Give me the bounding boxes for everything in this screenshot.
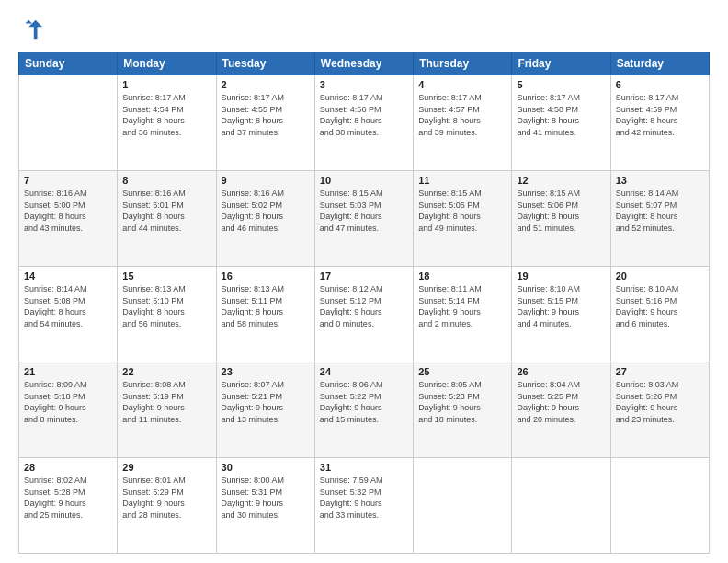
day-info: Sunrise: 8:01 AM Sunset: 5:29 PM Dayligh…: [122, 475, 210, 521]
calendar-cell: 21Sunrise: 8:09 AM Sunset: 5:18 PM Dayli…: [19, 362, 118, 458]
day-number: 19: [517, 270, 605, 282]
day-info: Sunrise: 8:09 AM Sunset: 5:18 PM Dayligh…: [24, 379, 112, 425]
calendar-cell: 25Sunrise: 8:05 AM Sunset: 5:23 PM Dayli…: [414, 362, 512, 458]
header: [18, 17, 710, 42]
day-info: Sunrise: 8:11 AM Sunset: 5:14 PM Dayligh…: [418, 283, 506, 329]
day-info: Sunrise: 8:14 AM Sunset: 5:08 PM Dayligh…: [24, 283, 112, 329]
day-number: 5: [517, 79, 605, 90]
day-info: Sunrise: 8:05 AM Sunset: 5:23 PM Dayligh…: [418, 379, 506, 425]
calendar-cell: 28Sunrise: 8:02 AM Sunset: 5:28 PM Dayli…: [19, 458, 118, 554]
calendar-header-saturday: Saturday: [610, 52, 709, 75]
day-number: 7: [24, 175, 112, 186]
calendar-cell: 19Sunrise: 8:10 AM Sunset: 5:15 PM Dayli…: [512, 267, 610, 362]
day-info: Sunrise: 8:17 AM Sunset: 4:58 PM Dayligh…: [517, 92, 605, 138]
day-info: Sunrise: 8:13 AM Sunset: 5:11 PM Dayligh…: [222, 283, 310, 329]
calendar-header-tuesday: Tuesday: [216, 52, 314, 75]
day-info: Sunrise: 8:13 AM Sunset: 5:10 PM Dayligh…: [122, 283, 210, 329]
day-number: 15: [122, 270, 210, 282]
day-number: 20: [616, 270, 704, 282]
day-number: 4: [418, 79, 506, 90]
calendar-cell: 24Sunrise: 8:06 AM Sunset: 5:22 PM Dayli…: [314, 362, 413, 458]
svg-rect-0: [18, 17, 44, 42]
calendar-cell: 17Sunrise: 8:12 AM Sunset: 5:12 PM Dayli…: [314, 267, 413, 362]
calendar-cell: 29Sunrise: 8:01 AM Sunset: 5:29 PM Dayli…: [118, 458, 216, 554]
logo-icon: [18, 17, 44, 42]
calendar-header-row: SundayMondayTuesdayWednesdayThursdayFrid…: [19, 52, 710, 75]
calendar-cell: 11Sunrise: 8:15 AM Sunset: 5:05 PM Dayli…: [414, 171, 512, 267]
day-number: 11: [418, 175, 506, 186]
day-number: 2: [222, 79, 310, 90]
calendar-cell: 6Sunrise: 8:17 AM Sunset: 4:59 PM Daylig…: [610, 75, 709, 171]
day-info: Sunrise: 8:07 AM Sunset: 5:21 PM Dayligh…: [222, 379, 310, 425]
day-info: Sunrise: 8:17 AM Sunset: 4:55 PM Dayligh…: [222, 92, 310, 138]
day-number: 24: [320, 366, 408, 377]
calendar-cell: 27Sunrise: 8:03 AM Sunset: 5:26 PM Dayli…: [610, 362, 709, 458]
day-info: Sunrise: 8:12 AM Sunset: 5:12 PM Dayligh…: [320, 283, 408, 329]
day-info: Sunrise: 8:10 AM Sunset: 5:15 PM Dayligh…: [517, 283, 605, 329]
calendar-header-sunday: Sunday: [19, 52, 118, 75]
calendar-cell: 8Sunrise: 8:16 AM Sunset: 5:01 PM Daylig…: [118, 171, 216, 267]
day-info: Sunrise: 8:00 AM Sunset: 5:31 PM Dayligh…: [222, 475, 310, 521]
calendar-header-thursday: Thursday: [414, 52, 512, 75]
calendar-cell: 22Sunrise: 8:08 AM Sunset: 5:19 PM Dayli…: [118, 362, 216, 458]
day-number: 16: [222, 270, 310, 282]
calendar-week-2: 7Sunrise: 8:16 AM Sunset: 5:00 PM Daylig…: [19, 171, 710, 267]
calendar-cell: 2Sunrise: 8:17 AM Sunset: 4:55 PM Daylig…: [216, 75, 314, 171]
day-number: 8: [122, 175, 210, 186]
day-info: Sunrise: 8:03 AM Sunset: 5:26 PM Dayligh…: [616, 379, 704, 425]
day-number: 28: [24, 462, 112, 473]
day-number: 21: [24, 366, 112, 377]
day-number: 13: [616, 175, 704, 186]
day-number: 1: [122, 79, 210, 90]
calendar-cell: 5Sunrise: 8:17 AM Sunset: 4:58 PM Daylig…: [512, 75, 610, 171]
calendar-cell: 1Sunrise: 8:17 AM Sunset: 4:54 PM Daylig…: [118, 75, 216, 171]
calendar-cell: 26Sunrise: 8:04 AM Sunset: 5:25 PM Dayli…: [512, 362, 610, 458]
calendar-cell: 31Sunrise: 7:59 AM Sunset: 5:32 PM Dayli…: [314, 458, 413, 554]
day-info: Sunrise: 8:15 AM Sunset: 5:05 PM Dayligh…: [418, 188, 506, 234]
calendar-cell: 15Sunrise: 8:13 AM Sunset: 5:10 PM Dayli…: [118, 267, 216, 362]
calendar-cell: 3Sunrise: 8:17 AM Sunset: 4:56 PM Daylig…: [314, 75, 413, 171]
logo: [18, 17, 48, 42]
page: SundayMondayTuesdayWednesdayThursdayFrid…: [0, 0, 728, 563]
day-number: 30: [222, 462, 310, 473]
calendar-cell: 13Sunrise: 8:14 AM Sunset: 5:07 PM Dayli…: [610, 171, 709, 267]
day-info: Sunrise: 8:15 AM Sunset: 5:03 PM Dayligh…: [320, 188, 408, 234]
calendar-cell: [512, 458, 610, 554]
calendar-week-1: 1Sunrise: 8:17 AM Sunset: 4:54 PM Daylig…: [19, 75, 710, 171]
calendar-cell: 20Sunrise: 8:10 AM Sunset: 5:16 PM Dayli…: [610, 267, 709, 362]
calendar-cell: 4Sunrise: 8:17 AM Sunset: 4:57 PM Daylig…: [414, 75, 512, 171]
calendar-header-friday: Friday: [512, 52, 610, 75]
day-number: 31: [320, 462, 408, 473]
calendar-cell: 12Sunrise: 8:15 AM Sunset: 5:06 PM Dayli…: [512, 171, 610, 267]
day-info: Sunrise: 8:17 AM Sunset: 4:59 PM Dayligh…: [616, 92, 704, 138]
day-number: 22: [122, 366, 210, 377]
calendar-cell: 18Sunrise: 8:11 AM Sunset: 5:14 PM Dayli…: [414, 267, 512, 362]
calendar-table: SundayMondayTuesdayWednesdayThursdayFrid…: [18, 52, 710, 554]
day-info: Sunrise: 8:16 AM Sunset: 5:00 PM Dayligh…: [24, 188, 112, 234]
day-info: Sunrise: 8:10 AM Sunset: 5:16 PM Dayligh…: [616, 283, 704, 329]
day-info: Sunrise: 7:59 AM Sunset: 5:32 PM Dayligh…: [320, 475, 408, 521]
day-info: Sunrise: 8:15 AM Sunset: 5:06 PM Dayligh…: [517, 188, 605, 234]
calendar-week-3: 14Sunrise: 8:14 AM Sunset: 5:08 PM Dayli…: [19, 267, 710, 362]
day-number: 18: [418, 270, 506, 282]
day-number: 26: [517, 366, 605, 377]
day-number: 9: [222, 175, 310, 186]
day-number: 6: [616, 79, 704, 90]
day-number: 12: [517, 175, 605, 186]
day-number: 27: [616, 366, 704, 377]
calendar-cell: [19, 75, 118, 171]
day-number: 29: [122, 462, 210, 473]
calendar-cell: 23Sunrise: 8:07 AM Sunset: 5:21 PM Dayli…: [216, 362, 314, 458]
day-number: 14: [24, 270, 112, 282]
calendar-cell: 9Sunrise: 8:16 AM Sunset: 5:02 PM Daylig…: [216, 171, 314, 267]
day-info: Sunrise: 8:17 AM Sunset: 4:54 PM Dayligh…: [122, 92, 210, 138]
day-info: Sunrise: 8:17 AM Sunset: 4:57 PM Dayligh…: [418, 92, 506, 138]
day-info: Sunrise: 8:02 AM Sunset: 5:28 PM Dayligh…: [24, 475, 112, 521]
day-number: 25: [418, 366, 506, 377]
calendar-cell: [610, 458, 709, 554]
calendar-header-wednesday: Wednesday: [314, 52, 413, 75]
calendar-header-monday: Monday: [118, 52, 216, 75]
calendar-cell: 7Sunrise: 8:16 AM Sunset: 5:00 PM Daylig…: [19, 171, 118, 267]
day-number: 10: [320, 175, 408, 186]
calendar-cell: 16Sunrise: 8:13 AM Sunset: 5:11 PM Dayli…: [216, 267, 314, 362]
